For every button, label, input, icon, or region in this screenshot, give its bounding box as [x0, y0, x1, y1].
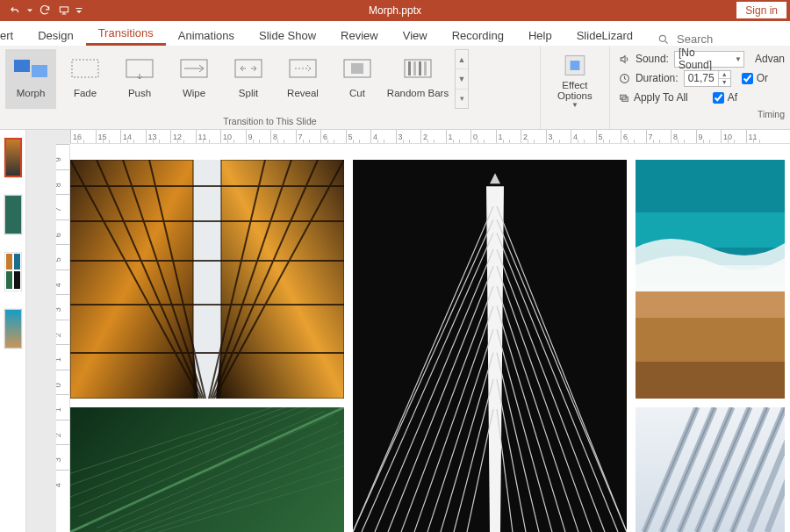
spin-down[interactable]: ▼ — [718, 79, 730, 86]
svg-rect-3 — [14, 60, 30, 72]
ribbon-tabs: ert Design Transitions Animations Slide … — [0, 21, 790, 46]
tab-slidelizard[interactable]: SlideLizard — [564, 24, 645, 46]
qat-customize[interactable] — [74, 1, 84, 20]
tab-view[interactable]: View — [391, 24, 440, 46]
search-box[interactable]: Search — [657, 32, 713, 46]
svg-line-82 — [158, 478, 344, 532]
thumbnail-slide-4[interactable] — [4, 305, 23, 353]
gallery-scroll-up[interactable]: ▲ — [456, 50, 468, 69]
svg-rect-15 — [419, 61, 421, 75]
sound-label: Sound: — [636, 53, 669, 65]
apply-to-all-button[interactable]: Apply To All — [619, 88, 688, 107]
thumbnail-slide-3[interactable] — [4, 248, 23, 296]
chevron-down-icon: ▼ — [571, 101, 578, 109]
tab-slideshow[interactable]: Slide Show — [247, 24, 328, 46]
image-leaf[interactable] — [70, 407, 344, 532]
svg-line-77 — [79, 411, 325, 516]
transition-push[interactable]: Push — [114, 49, 165, 109]
svg-rect-11 — [351, 63, 363, 74]
gallery-scroll[interactable]: ▲ ▼ ▾ — [455, 49, 469, 109]
transition-random-bars[interactable]: Random Bars — [386, 49, 449, 109]
svg-rect-8 — [235, 60, 262, 77]
ruler-horizontal: 1615141312111098765432101234567891011 — [70, 130, 790, 144]
thumbnail-slide-1[interactable] — [4, 133, 23, 182]
transition-fade[interactable]: Fade — [60, 49, 111, 109]
svg-rect-4 — [32, 65, 47, 77]
duration-label: Duration: — [636, 72, 679, 84]
undo-dropdown[interactable] — [25, 1, 35, 20]
tab-insert-partial[interactable]: ert — [0, 24, 25, 46]
thumbnail-slide-2[interactable] — [4, 191, 23, 239]
svg-rect-23 — [6, 254, 12, 270]
slide-thumbnails: ▲ — [0, 130, 26, 532]
svg-rect-0 — [60, 7, 68, 12]
ruler-vertical: 98765432101234 — [56, 144, 70, 532]
svg-line-75 — [88, 415, 334, 524]
gallery-scroll-down[interactable]: ▼ — [456, 69, 468, 89]
image-structure[interactable] — [636, 407, 785, 532]
image-bridge[interactable] — [353, 160, 627, 532]
start-from-beginning-button[interactable] — [54, 1, 74, 20]
transition-cut[interactable]: Cut — [332, 49, 383, 109]
svg-line-74 — [70, 407, 344, 532]
svg-rect-16 — [424, 61, 427, 75]
sound-icon — [619, 54, 630, 65]
svg-rect-26 — [14, 271, 20, 289]
transition-wipe[interactable]: Wipe — [169, 49, 219, 109]
slide[interactable] — [70, 144, 790, 532]
svg-line-85 — [70, 407, 285, 485]
undo-button[interactable] — [5, 1, 25, 20]
random-bars-icon — [399, 54, 436, 83]
apply-all-icon — [619, 92, 630, 104]
svg-rect-73 — [636, 362, 785, 399]
svg-rect-13 — [408, 61, 411, 75]
workspace: ▲ 1615141312111098765432101234567891011 … — [0, 130, 790, 532]
duration-spinner[interactable]: 01,75 ▲▼ — [684, 70, 731, 87]
quick-access-toolbar — [0, 1, 84, 20]
svg-point-2 — [659, 35, 665, 41]
tab-design[interactable]: Design — [25, 24, 85, 46]
sound-dropdown[interactable]: [No Sound] ▼ — [674, 51, 744, 68]
svg-rect-24 — [14, 254, 20, 270]
svg-rect-5 — [72, 60, 98, 77]
tab-review[interactable]: Review — [328, 24, 391, 46]
svg-rect-29 — [70, 160, 193, 399]
cut-icon — [339, 54, 376, 83]
search-placeholder: Search — [677, 32, 713, 46]
svg-rect-72 — [636, 291, 785, 318]
transition-reveal[interactable]: Reveal — [277, 49, 328, 109]
ribbon: Morph Fade Push Wipe — [0, 46, 790, 130]
transition-morph[interactable]: Morph — [5, 49, 56, 109]
push-icon — [121, 54, 158, 83]
group-transition-gallery: Morph Fade Push Wipe — [0, 46, 541, 129]
document-title: Morph.pptx — [369, 4, 421, 17]
split-icon — [230, 54, 267, 83]
effect-options-icon — [562, 53, 588, 78]
svg-rect-25 — [6, 271, 12, 289]
wipe-icon — [176, 54, 212, 83]
group-label-transition: Transition to This Slide — [0, 114, 540, 129]
svg-rect-1 — [76, 8, 83, 9]
tab-recording[interactable]: Recording — [440, 24, 516, 46]
on-click-checkbox[interactable]: Or — [742, 68, 768, 88]
spin-up[interactable]: ▲ — [718, 71, 730, 79]
tab-help[interactable]: Help — [516, 24, 564, 46]
gallery-expand[interactable]: ▾ — [456, 90, 468, 108]
tab-animations[interactable]: Animations — [166, 24, 247, 46]
slide-canvas: 1615141312111098765432101234567891011 98… — [26, 130, 790, 532]
image-beach[interactable] — [636, 160, 785, 399]
group-label-timing: Timing — [610, 107, 790, 122]
tab-transitions[interactable]: Transitions — [86, 21, 166, 46]
redo-button[interactable] — [35, 1, 54, 20]
sign-in-button[interactable]: Sign in — [736, 2, 786, 18]
svg-rect-14 — [413, 61, 416, 75]
after-checkbox[interactable]: Af — [713, 88, 737, 107]
svg-line-86 — [70, 407, 272, 473]
search-icon — [657, 33, 670, 46]
svg-line-83 — [70, 407, 312, 508]
group-effect-options: Effect Options ▼ — [541, 46, 610, 129]
effect-options-button[interactable]: Effect Options ▼ — [548, 49, 602, 109]
image-buildings[interactable] — [70, 160, 344, 399]
svg-rect-30 — [221, 160, 344, 399]
transition-split[interactable]: Split — [223, 49, 274, 109]
